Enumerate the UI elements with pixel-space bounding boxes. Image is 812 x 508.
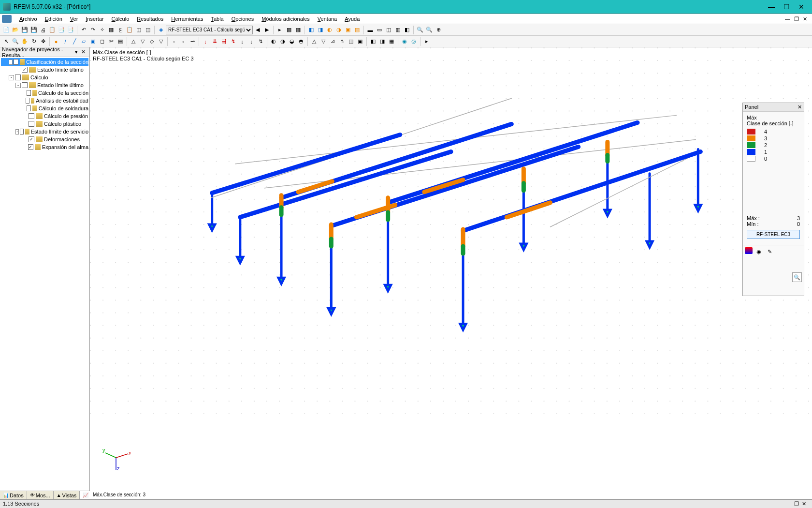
rel-icon[interactable]: ⊸ bbox=[188, 37, 197, 46]
open-icon[interactable]: 📂 bbox=[11, 26, 20, 34]
node-icon[interactable]: ● bbox=[52, 37, 60, 46]
t13-icon[interactable]: 🔍 bbox=[425, 26, 434, 34]
menu-ver[interactable]: Ver bbox=[66, 15, 82, 23]
menu-ayuda[interactable]: Ayuda bbox=[341, 15, 363, 23]
menu-resultados[interactable]: Resultados bbox=[133, 15, 167, 23]
v13-icon[interactable]: ▦ bbox=[387, 37, 396, 46]
rotate-icon[interactable]: ↻ bbox=[29, 37, 38, 46]
undo-icon[interactable]: ↶ bbox=[79, 26, 88, 34]
load4-icon[interactable]: ↯ bbox=[229, 37, 237, 46]
menu-tabla[interactable]: Tabla bbox=[207, 15, 227, 23]
hinge-icon[interactable]: ◦ bbox=[170, 37, 178, 46]
v14-icon[interactable]: ◉ bbox=[400, 37, 409, 46]
pin-icon[interactable]: ▾ bbox=[73, 49, 79, 55]
report-icon[interactable]: 📑 bbox=[57, 26, 66, 34]
saveall-icon[interactable]: 💾 bbox=[29, 26, 38, 34]
save-icon[interactable]: 💾 bbox=[20, 26, 29, 34]
next-case-icon[interactable]: ▶ bbox=[262, 26, 271, 34]
sup1-icon[interactable]: △ bbox=[129, 37, 138, 46]
open-icon2[interactable]: ◻ bbox=[98, 37, 106, 46]
close-button[interactable]: ✕ bbox=[798, 3, 804, 11]
load1-icon[interactable]: ↓ bbox=[201, 37, 210, 46]
v4-icon[interactable]: ◓ bbox=[297, 37, 305, 46]
menu-archivo[interactable]: Archivo bbox=[15, 15, 41, 23]
sup3-icon[interactable]: ◇ bbox=[147, 37, 156, 46]
t5-icon[interactable]: ▣ bbox=[344, 26, 352, 34]
workplane-icon[interactable]: ▦ bbox=[107, 26, 116, 34]
mat-icon[interactable]: ▤ bbox=[116, 37, 125, 46]
solid-icon[interactable]: ▣ bbox=[88, 37, 97, 46]
tree-node[interactable]: ✓Deformaciones bbox=[1, 135, 88, 143]
calc2-icon[interactable]: ▦ bbox=[294, 26, 303, 34]
menu-módulos adicionales[interactable]: Módulos adicionales bbox=[258, 15, 314, 23]
t11-icon[interactable]: ◧ bbox=[403, 26, 411, 34]
tree-node[interactable]: Análisis de estabilidad bbox=[1, 97, 88, 105]
v7-icon[interactable]: ⊿ bbox=[328, 37, 337, 46]
table-restore-icon[interactable]: ❐ bbox=[794, 501, 799, 507]
load3-icon[interactable]: ⇶ bbox=[219, 37, 228, 46]
load6-icon[interactable]: ↓ bbox=[247, 37, 256, 46]
move-icon[interactable]: ✥ bbox=[39, 37, 47, 46]
tree-node[interactable]: -Estado límite de servicio bbox=[1, 128, 88, 135]
v10-icon[interactable]: ▣ bbox=[356, 37, 364, 46]
tree-node[interactable]: Cálculo de presión bbox=[1, 112, 88, 120]
pointer-icon[interactable]: ↖ bbox=[2, 37, 11, 46]
v11-icon[interactable]: ◧ bbox=[369, 37, 377, 46]
menu-edición[interactable]: Edición bbox=[41, 15, 66, 23]
load5-icon[interactable]: ↓ bbox=[238, 37, 246, 46]
load2-icon[interactable]: ⇊ bbox=[210, 37, 219, 46]
pan-icon[interactable]: ✋ bbox=[20, 37, 29, 46]
module-icon[interactable]: ◈ bbox=[157, 26, 165, 34]
calc-icon[interactable]: ▸ bbox=[276, 26, 284, 34]
t2-icon[interactable]: ◨ bbox=[316, 26, 325, 34]
nav-tab-datos[interactable]: 📊Datos bbox=[0, 491, 27, 499]
zoom-icon[interactable]: 🔍 bbox=[792, 272, 802, 282]
loadcase-combo[interactable]: RF-STEEL EC3 CA1 - Cálculo según EC 3 bbox=[166, 26, 253, 34]
t10-icon[interactable]: ▥ bbox=[393, 26, 402, 34]
sup4-icon[interactable]: ▽ bbox=[157, 37, 165, 46]
viewport[interactable]: Máx.Clase de sección [-]RF-STEEL EC3 CA1… bbox=[90, 47, 812, 499]
t3-icon[interactable]: ◐ bbox=[325, 26, 334, 34]
t12-icon[interactable]: 🔍 bbox=[416, 26, 424, 34]
mdi-restore[interactable]: ❐ bbox=[794, 16, 799, 22]
tree-node[interactable]: -Estado límite último bbox=[1, 81, 88, 89]
open-report-icon[interactable]: 📑 bbox=[66, 26, 75, 34]
v8-icon[interactable]: ⋔ bbox=[337, 37, 346, 46]
v6-icon[interactable]: ▽ bbox=[319, 37, 328, 46]
v1-icon[interactable]: ◐ bbox=[269, 37, 278, 46]
close-panel-icon[interactable]: ✕ bbox=[79, 49, 87, 55]
member-icon[interactable]: ╱ bbox=[70, 37, 79, 46]
t7-icon[interactable]: ▬ bbox=[366, 26, 375, 34]
t14-icon[interactable]: ⊕ bbox=[434, 26, 443, 34]
block2-icon[interactable]: ◫ bbox=[144, 26, 152, 34]
new-model-icon[interactable]: 📄 bbox=[2, 26, 11, 34]
menu-opciones[interactable]: Opciones bbox=[228, 15, 258, 23]
maximize-button[interactable]: ☐ bbox=[783, 3, 790, 11]
t4-icon[interactable]: ◑ bbox=[334, 26, 343, 34]
panel-tab2-icon[interactable]: ◉ bbox=[754, 247, 763, 256]
surf-icon[interactable]: ▱ bbox=[79, 37, 88, 46]
hinge2-icon[interactable]: ◦ bbox=[179, 37, 188, 46]
panel-tab1-icon[interactable] bbox=[745, 247, 753, 254]
t1-icon[interactable]: ◧ bbox=[307, 26, 316, 34]
minimize-button[interactable]: — bbox=[768, 3, 775, 11]
mdi-close[interactable]: ✕ bbox=[803, 16, 807, 22]
load7-icon[interactable]: ↯ bbox=[256, 37, 265, 46]
menu-cálculo[interactable]: Cálculo bbox=[108, 15, 133, 23]
tree-node[interactable]: -✓Clasificación de la sección bbox=[1, 58, 88, 66]
menu-insertar[interactable]: Insertar bbox=[82, 15, 107, 23]
line-icon[interactable]: / bbox=[61, 37, 70, 46]
sup2-icon[interactable]: ▽ bbox=[138, 37, 147, 46]
t8-icon[interactable]: ▭ bbox=[375, 26, 384, 34]
v3-icon[interactable]: ◒ bbox=[288, 37, 296, 46]
prev-case-icon[interactable]: ◀ bbox=[253, 26, 262, 34]
v2-icon[interactable]: ◑ bbox=[278, 37, 287, 46]
results-icon[interactable]: ▦ bbox=[285, 26, 293, 34]
doc-icon[interactable] bbox=[2, 15, 12, 23]
panel-close-icon[interactable]: ✕ bbox=[798, 104, 802, 110]
v12-icon[interactable]: ◨ bbox=[378, 37, 387, 46]
print-icon[interactable]: 🖨 bbox=[39, 26, 47, 34]
zoom-icon[interactable]: 🔍 bbox=[11, 37, 20, 46]
module-button[interactable]: RF-STEEL EC3 bbox=[747, 230, 800, 239]
cut-icon[interactable]: ✂ bbox=[107, 37, 116, 46]
